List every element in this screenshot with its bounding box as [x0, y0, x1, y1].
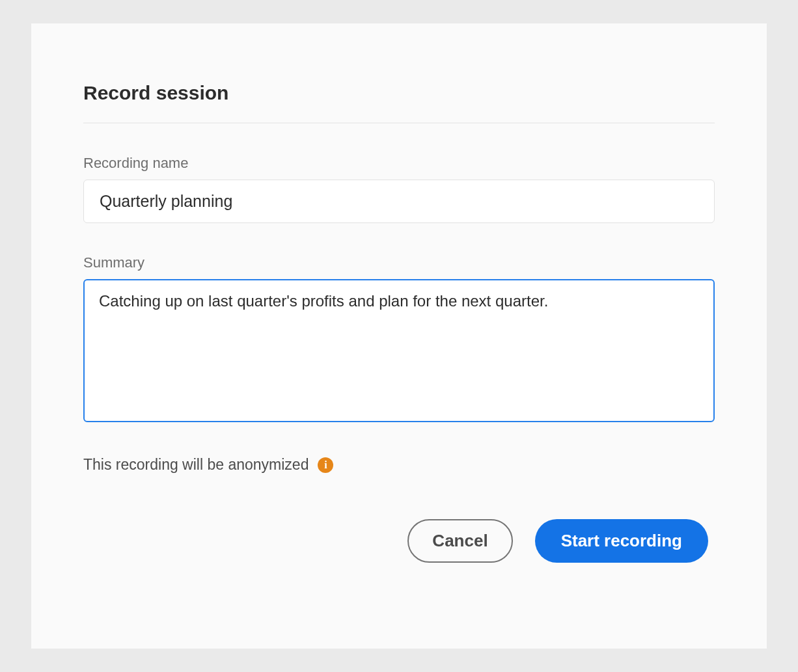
dialog-button-row: Cancel Start recording: [83, 519, 715, 563]
dialog-title: Record session: [83, 82, 715, 104]
summary-textarea[interactable]: [83, 279, 715, 422]
anonymize-notice-text: This recording will be anonymized: [83, 456, 309, 474]
info-icon[interactable]: i: [318, 457, 333, 473]
start-recording-button[interactable]: Start recording: [535, 519, 708, 563]
divider: [83, 122, 715, 124]
record-session-dialog: Record session Recording name Summary Th…: [31, 23, 767, 649]
cancel-button[interactable]: Cancel: [407, 519, 512, 563]
summary-label: Summary: [83, 254, 715, 271]
recording-name-label: Recording name: [83, 155, 715, 172]
recording-name-input[interactable]: [83, 180, 715, 223]
anonymize-notice-row: This recording will be anonymized i: [83, 456, 715, 474]
